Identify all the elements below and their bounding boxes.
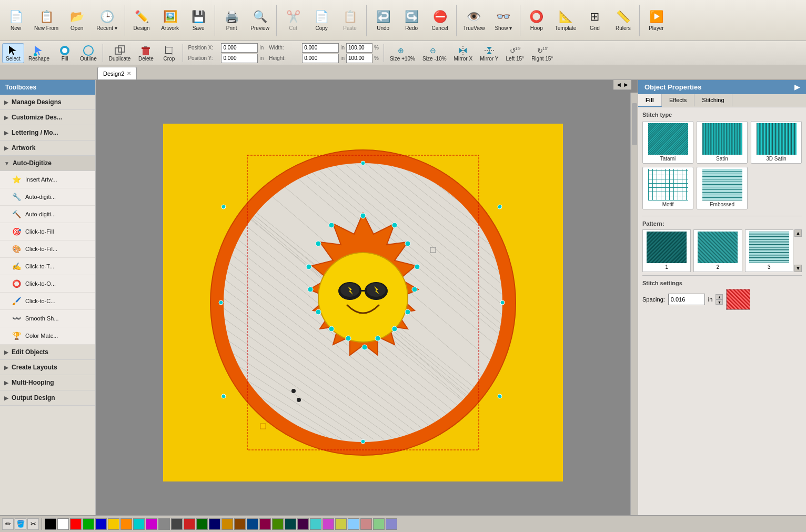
undo-button[interactable]: ↩️ Undo <box>369 3 397 38</box>
color-matc-item[interactable]: 🏆 Color Matc... <box>0 327 95 345</box>
color-swatch-0[interactable] <box>45 518 56 530</box>
stitch-tatami[interactable]: Tatami <box>642 121 693 164</box>
nav-left-arrow[interactable]: ◄ <box>616 81 622 88</box>
tab-stitching[interactable]: Stitching <box>694 94 732 107</box>
color-swatch-15[interactable] <box>234 518 246 530</box>
auto-digit1-item[interactable]: 🔧 Auto-digiti... <box>0 188 95 206</box>
hoop-button[interactable]: ⭕ Hoop <box>523 3 550 38</box>
scale-w-input[interactable] <box>346 43 372 53</box>
stitch-3d-satin[interactable]: 3D Satin <box>751 121 802 164</box>
color-swatch-4[interactable] <box>95 518 107 530</box>
tab-fill[interactable]: Fill <box>638 94 662 107</box>
color-swatch-13[interactable] <box>209 518 220 530</box>
player-button[interactable]: ▶️ Player <box>642 3 670 38</box>
sidebar-item-artwork[interactable]: ▶ Artwork <box>0 140 95 156</box>
pattern-1[interactable]: 1 <box>642 229 691 272</box>
new-button[interactable]: 📄 New <box>2 3 29 38</box>
click-to-c-item[interactable]: 🖌️ Click-to-C... <box>0 293 95 310</box>
color-swatch-8[interactable] <box>146 518 157 530</box>
paste-button[interactable]: 📋 Paste <box>336 3 364 38</box>
color-swatch-16[interactable] <box>247 518 258 530</box>
recent-button[interactable]: 🕒 Recent ▾ <box>92 3 122 38</box>
preview-button[interactable]: 🔍 Preview <box>246 3 274 38</box>
sidebar-item-output-design[interactable]: ▶ Output Design <box>0 390 95 406</box>
show-button[interactable]: 👓 Show ▾ <box>490 3 517 38</box>
color-swatch-19[interactable] <box>285 518 296 530</box>
rulers-button[interactable]: 📏 Rulers <box>609 3 637 38</box>
scale-h-input[interactable] <box>346 54 372 63</box>
artwork-button[interactable]: 🖼️ Artwork <box>156 3 184 38</box>
rotate-left-button[interactable]: ↺15° Left 15° <box>503 43 528 63</box>
open-button[interactable]: 📂 Open <box>63 3 90 38</box>
color-swatch-10[interactable] <box>171 518 183 530</box>
palette-tool-3[interactable]: ✂ <box>27 518 39 530</box>
nav-right-arrow[interactable]: ► <box>623 81 629 88</box>
print-button[interactable]: 🖨️ Print <box>218 3 245 38</box>
copy-button[interactable]: 📄 Copy <box>308 3 335 38</box>
new-from-button[interactable]: 📋 New From <box>31 3 62 38</box>
trueview-button[interactable]: 👁️ TrueView <box>459 3 489 38</box>
color-swatch-18[interactable] <box>272 518 284 530</box>
color-swatch-3[interactable] <box>83 518 94 530</box>
color-swatch-24[interactable] <box>348 518 359 530</box>
palette-tool-1[interactable]: ✏ <box>2 518 14 530</box>
sidebar-item-create-layouts[interactable]: ▶ Create Layouts <box>0 360 95 375</box>
pattern-3[interactable]: 3 <box>745 229 793 272</box>
canvas-area[interactable]: ◄ ► <box>96 80 638 532</box>
stitch-satin[interactable]: Satin <box>697 121 748 164</box>
color-swatch-11[interactable] <box>184 518 195 530</box>
color-swatch-23[interactable] <box>335 518 347 530</box>
crop-button[interactable]: Crop <box>158 43 180 63</box>
pattern-2[interactable]: 2 <box>693 229 742 272</box>
outline-tool-button[interactable]: Outline <box>77 43 100 63</box>
sidebar-item-auto-digitize[interactable]: ▼ Auto-Digitize <box>0 156 95 171</box>
reshape-tool-button[interactable]: Reshape <box>25 43 53 63</box>
redo-button[interactable]: ↪️ Redo <box>398 3 425 38</box>
spacing-down-button[interactable]: ▼ <box>716 299 723 305</box>
sidebar-item-multi-hooping[interactable]: ▶ Multi-Hooping <box>0 375 95 390</box>
rotate-right-button[interactable]: ↻15° Right 15° <box>528 43 556 63</box>
click-to-fill-item[interactable]: 🎯 Click-to-Fill <box>0 223 95 240</box>
palette-tool-2[interactable]: 🪣 <box>15 518 26 530</box>
left-scroll[interactable]: ▶ Manage Designs ▶ Customize Des... ▶ Le… <box>0 95 95 532</box>
canvas-vscroll[interactable] <box>630 93 638 532</box>
color-swatch-1[interactable] <box>57 518 69 530</box>
width-input[interactable] <box>302 43 339 53</box>
save-button[interactable]: 💾 Save <box>185 3 212 38</box>
tab-design2[interactable]: Design2 ✕ <box>97 67 137 79</box>
color-swatch-20[interactable] <box>297 518 309 530</box>
sidebar-item-manage-designs[interactable]: ▶ Manage Designs <box>0 95 95 110</box>
auto-digit2-item[interactable]: 🔨 Auto-digiti... <box>0 206 95 223</box>
sidebar-item-edit-objects[interactable]: ▶ Edit Objects <box>0 345 95 360</box>
color-swatch-5[interactable] <box>108 518 119 530</box>
mirror-x-button[interactable]: Mirror X <box>451 43 476 63</box>
color-swatch-25[interactable] <box>360 518 372 530</box>
size-plus-button[interactable]: ⊕ Size +10% <box>387 43 418 63</box>
color-swatch-21[interactable] <box>310 518 321 530</box>
color-swatch-9[interactable] <box>158 518 170 530</box>
right-content[interactable]: Stitch type Tatami Satin <box>638 107 806 532</box>
pattern-scroll-down[interactable]: ▼ <box>794 265 802 272</box>
pos-x-input[interactable] <box>221 43 258 53</box>
size-minus-button[interactable]: ⊖ Size -10% <box>419 43 450 63</box>
cancel-button[interactable]: ⛔ Cancel <box>426 3 454 38</box>
color-swatch-22[interactable] <box>323 518 334 530</box>
cut-button[interactable]: ✂️ Cut <box>279 3 307 38</box>
tab-effects[interactable]: Effects <box>662 94 694 107</box>
click-to-o-item[interactable]: ⭕ Click-to-O... <box>0 275 95 293</box>
stitch-motif[interactable]: Motif <box>642 167 693 209</box>
click-to-fil2-item[interactable]: 🎨 Click-to-Fil... <box>0 240 95 258</box>
stitch-embossed[interactable]: Embossed <box>697 167 748 209</box>
color-swatch-26[interactable] <box>373 518 385 530</box>
duplicate-button[interactable]: Duplicate <box>106 43 134 63</box>
color-swatch-27[interactable] <box>386 518 397 530</box>
height-input[interactable] <box>302 54 339 63</box>
tab-close-button[interactable]: ✕ <box>127 71 131 76</box>
mirror-y-button[interactable]: Mirror Y <box>477 43 501 63</box>
color-swatch-7[interactable] <box>133 518 145 530</box>
click-to-t-item[interactable]: ✍️ Click-to-T... <box>0 258 95 275</box>
select-tool-button[interactable]: Select <box>2 43 24 63</box>
color-swatch-17[interactable] <box>259 518 271 530</box>
stitch-swatch-preview[interactable] <box>726 289 750 310</box>
spacing-up-button[interactable]: ▲ <box>716 294 723 299</box>
